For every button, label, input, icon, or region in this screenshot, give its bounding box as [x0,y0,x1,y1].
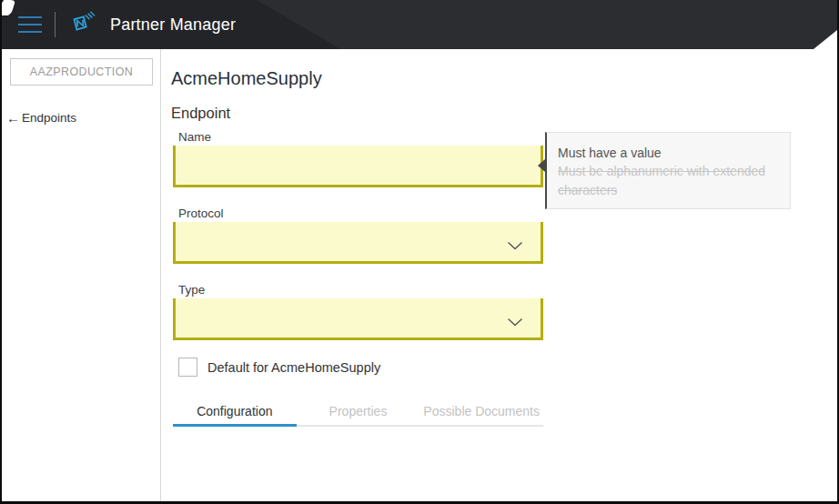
back-to-endpoints-link[interactable]: ← Endpoints [2,110,160,126]
partner-manager-logo-icon [68,8,96,41]
page-title: AcmeHomeSupply [171,68,837,89]
menu-hamburger-icon[interactable] [18,16,42,33]
main-content: AcmeHomeSupply Endpoint Name Must have a… [161,49,837,501]
validation-message-required: Must have a value [558,144,777,162]
tab-configuration[interactable]: Configuration [173,399,297,427]
back-link-label: Endpoints [22,111,76,125]
protocol-field-label: Protocol [173,207,543,220]
validation-tooltip: Must have a value Must be alphanumeric w… [545,132,791,209]
type-field-label: Type [173,283,543,297]
tab-content-empty [173,427,543,499]
header-divider [55,12,56,37]
app-header: Partner Manager [2,0,837,49]
tab-properties[interactable]: Properties [297,399,420,427]
back-arrow-icon: ← [6,110,20,126]
endpoint-form: Name Must have a value Must be alphanume… [173,130,543,499]
app-window: Partner Manager AAZPRODUCTION ← Endpoint… [0,0,839,504]
section-title: Endpoint [171,105,837,122]
app-title: Partner Manager [110,15,236,35]
tooltip-arrow-icon [538,159,545,172]
validation-message-alphanumeric: Must be alphanumeric with extended chara… [558,162,777,199]
name-input[interactable] [173,146,543,187]
name-field-label: Name [173,130,543,144]
default-checkbox[interactable] [178,358,197,377]
sidebar: AAZPRODUCTION ← Endpoints [2,49,161,501]
type-select[interactable] [173,298,543,340]
tab-possible-documents[interactable]: Possible Documents [420,399,543,427]
hand-cursor-icon [2,0,20,19]
protocol-select[interactable] [173,222,543,264]
tab-bar: Configuration Properties Possible Docume… [173,399,543,427]
default-checkbox-row: Default for AcmeHomeSupply [173,358,543,377]
default-checkbox-label: Default for AcmeHomeSupply [207,360,380,375]
chevron-down-icon [507,315,523,331]
chevron-down-icon [507,238,523,255]
header-corner-cut [814,30,837,49]
environment-button[interactable]: AAZPRODUCTION [10,58,153,86]
